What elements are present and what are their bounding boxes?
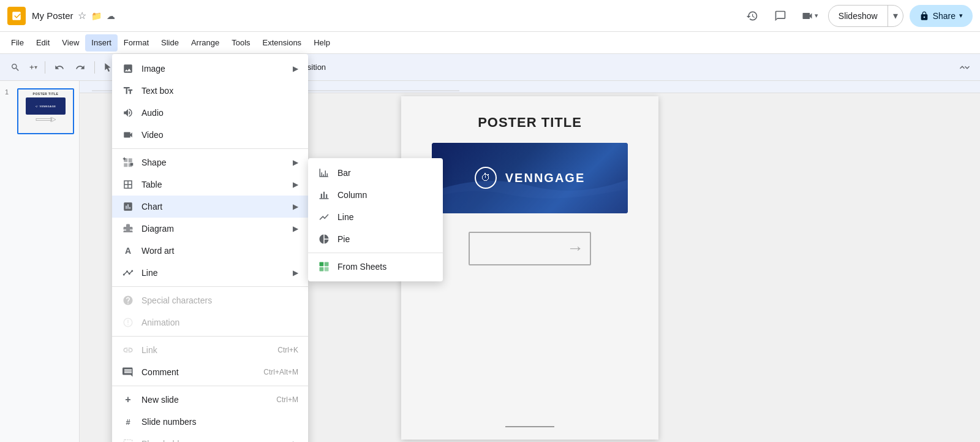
canvas-arrow-shape[interactable]: → xyxy=(469,232,591,265)
svg-rect-5 xyxy=(320,262,324,267)
folder-icon[interactable]: 📁 xyxy=(91,11,102,21)
image-label: Image xyxy=(141,64,281,74)
link-label: Link xyxy=(141,345,270,355)
chart-bar[interactable]: Bar xyxy=(308,162,443,184)
menu-tools[interactable]: Tools xyxy=(225,34,256,51)
history-button[interactable] xyxy=(741,5,763,27)
menu-edit[interactable]: Edit xyxy=(30,34,56,51)
special-label: Special characters xyxy=(141,295,298,305)
insert-menu-chart[interactable]: Chart ▶ xyxy=(112,196,308,218)
slideshow-label: Slideshow xyxy=(839,11,878,21)
sp-title: POSTER TITLE xyxy=(33,92,59,96)
from-sheets-label: From Sheets xyxy=(337,262,386,272)
chart-line[interactable]: Line xyxy=(308,206,443,228)
menu-bar: File Edit View Insert Format Slide Arran… xyxy=(0,32,980,54)
canvas-line xyxy=(505,426,554,427)
comments-button[interactable] xyxy=(769,5,791,27)
textbox-icon xyxy=(122,85,134,97)
chart-column[interactable]: Column xyxy=(308,184,443,206)
undo-button[interactable] xyxy=(50,58,69,77)
newslide-icon: + xyxy=(122,394,134,406)
chart-submenu: Bar Column Line Pie From Sheets xyxy=(308,158,443,281)
line-label: Line xyxy=(141,268,281,278)
chart-pie[interactable]: Pie xyxy=(308,228,443,250)
bar-label: Bar xyxy=(337,168,351,178)
more-options-button[interactable] xyxy=(956,58,974,77)
insert-menu-image[interactable]: Image ▶ xyxy=(112,58,308,80)
svg-rect-6 xyxy=(325,262,329,267)
sheets-icon xyxy=(318,261,330,273)
video-icon xyxy=(122,129,134,141)
svg-rect-3 xyxy=(124,440,132,442)
shape-arrow: ▶ xyxy=(293,158,298,167)
slidenumbers-icon: # xyxy=(122,416,134,428)
svg-rect-8 xyxy=(325,267,329,272)
chart-from-sheets[interactable]: From Sheets xyxy=(308,256,443,278)
camera-button[interactable]: ▾ xyxy=(797,5,822,27)
link-shortcut: Ctrl+K xyxy=(277,346,298,354)
slides-panel: 1 POSTER TITLE ⏱ VENNGAGE xyxy=(0,81,80,442)
menu-section-4: Link Ctrl+K Comment Ctrl+Alt+M xyxy=(112,336,308,383)
banner-text: VENNGAGE xyxy=(505,171,585,185)
document-title[interactable]: My Poster xyxy=(32,10,74,21)
slide-thumbnail-1[interactable]: 1 POSTER TITLE ⏱ VENNGAGE xyxy=(2,86,77,137)
insert-menu-dropdown: Image ▶ Text box Audio Video Shape ▶ xyxy=(112,54,308,442)
svg-rect-0 xyxy=(36,118,52,120)
insert-menu-line[interactable]: Line ▶ xyxy=(112,262,308,284)
toolbar-divider-1 xyxy=(45,61,45,74)
menu-file[interactable]: File xyxy=(5,34,30,51)
star-icon[interactable]: ☆ xyxy=(78,10,86,21)
menu-help[interactable]: Help xyxy=(307,34,336,51)
share-dropdown-arrow[interactable]: ▾ xyxy=(959,12,963,20)
insert-menu-slidenumbers[interactable]: # Slide numbers xyxy=(112,411,308,433)
menu-view[interactable]: View xyxy=(56,34,85,51)
slideshow-dropdown-arrow[interactable]: ▾ xyxy=(888,6,903,26)
insert-menu-wordart[interactable]: A Word art xyxy=(112,240,308,262)
insert-menu-audio[interactable]: Audio xyxy=(112,102,308,124)
slideshow-button[interactable]: Slideshow ▾ xyxy=(828,5,903,27)
slideshow-main-button[interactable]: Slideshow xyxy=(829,6,888,26)
share-button[interactable]: Share ▾ xyxy=(910,5,973,27)
chart-label: Chart xyxy=(141,202,281,211)
line-chart-icon xyxy=(318,211,330,223)
animation-label: Animation xyxy=(141,318,298,327)
submenu-divider xyxy=(308,253,443,253)
comment-shortcut: Ctrl+Alt+M xyxy=(263,368,298,376)
canvas-banner[interactable]: ⏱ VENNGAGE xyxy=(432,143,628,213)
insert-menu-textbox[interactable]: Text box xyxy=(112,80,308,102)
placeholder-icon xyxy=(122,438,134,442)
insert-menu-placeholder: Placeholder ▶ xyxy=(112,433,308,442)
menu-format[interactable]: Format xyxy=(118,34,155,51)
slide-number: 1 xyxy=(5,88,13,96)
newslide-label: New slide xyxy=(141,395,269,405)
placeholder-label: Placeholder xyxy=(141,439,281,442)
insert-menu-newslide[interactable]: + New slide Ctrl+M xyxy=(112,389,308,411)
wordart-icon: A xyxy=(122,245,134,257)
video-label: Video xyxy=(141,130,298,140)
insert-menu-animation: Animation xyxy=(112,311,308,333)
insert-menu-link: Link Ctrl+K xyxy=(112,339,308,361)
insert-menu-comment[interactable]: Comment Ctrl+Alt+M xyxy=(112,361,308,383)
menu-extensions[interactable]: Extensions xyxy=(257,34,308,51)
menu-arrange[interactable]: Arrange xyxy=(185,34,225,51)
menu-insert[interactable]: Insert xyxy=(85,34,118,51)
menu-slide[interactable]: Slide xyxy=(155,34,185,51)
titlebar-right: ▾ Slideshow ▾ Share ▾ xyxy=(741,5,973,27)
insert-menu-shape[interactable]: Shape ▶ xyxy=(112,151,308,173)
app-logo xyxy=(7,7,26,25)
textbox-label: Text box xyxy=(141,86,298,96)
diagram-icon xyxy=(122,223,134,235)
cloud-icon[interactable]: ☁ xyxy=(107,11,115,21)
line-arrow: ▶ xyxy=(293,269,298,277)
zoom-button[interactable]: + ▾ xyxy=(27,58,40,77)
comment-label: Comment xyxy=(141,367,256,377)
search-button[interactable] xyxy=(6,58,24,77)
redo-button[interactable] xyxy=(71,58,89,77)
insert-menu-table[interactable]: Table ▶ xyxy=(112,173,308,196)
placeholder-arrow: ▶ xyxy=(293,440,298,442)
image-arrow: ▶ xyxy=(293,64,298,73)
insert-menu-video[interactable]: Video xyxy=(112,124,308,146)
svg-rect-4 xyxy=(320,198,329,199)
chart-icon xyxy=(122,200,134,213)
insert-menu-diagram[interactable]: Diagram ▶ xyxy=(112,218,308,240)
